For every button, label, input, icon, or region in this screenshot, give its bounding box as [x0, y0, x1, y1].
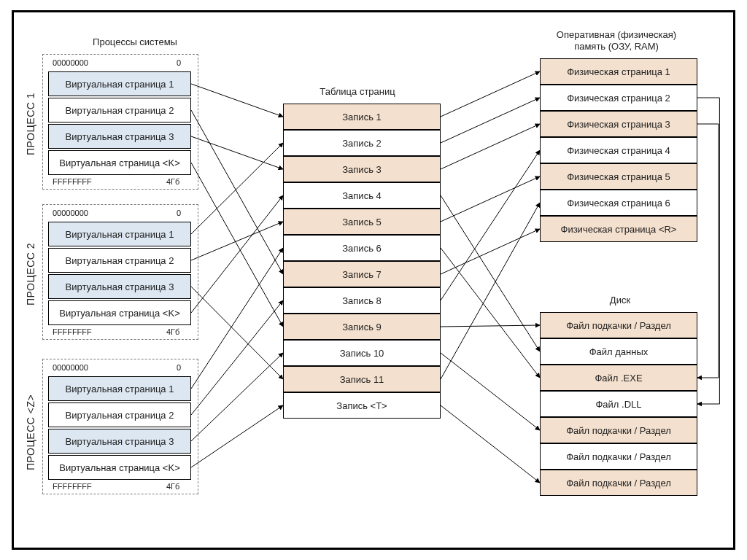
svg-line-7 [191, 195, 283, 313]
svg-line-16 [441, 176, 540, 222]
svg-line-0 [191, 84, 283, 117]
svg-line-6 [191, 287, 283, 379]
svg-line-19 [441, 150, 540, 300]
svg-line-13 [441, 98, 540, 143]
svg-line-12 [441, 71, 540, 117]
svg-line-9 [191, 300, 283, 415]
svg-line-11 [191, 405, 283, 467]
svg-line-10 [191, 353, 283, 441]
svg-line-15 [441, 195, 540, 351]
svg-line-14 [441, 124, 540, 169]
svg-line-22 [441, 203, 540, 379]
svg-line-1 [191, 110, 283, 274]
svg-line-18 [441, 229, 540, 274]
arrows-layer [0, 0, 747, 560]
svg-line-20 [441, 325, 540, 327]
svg-line-23 [441, 405, 540, 483]
svg-line-2 [191, 136, 283, 169]
svg-line-8 [191, 248, 283, 389]
svg-line-4 [191, 143, 283, 234]
svg-line-3 [191, 163, 283, 327]
svg-line-21 [441, 353, 540, 430]
